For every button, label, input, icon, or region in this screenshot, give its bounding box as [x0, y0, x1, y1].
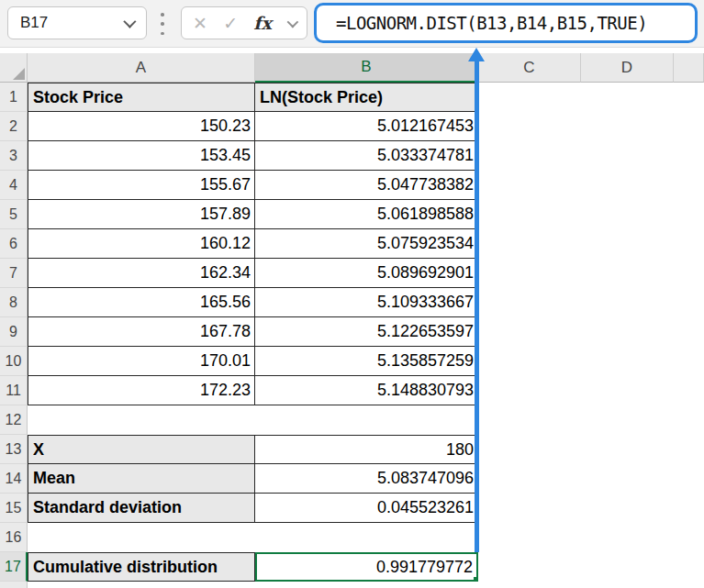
grip-dots-icon: [159, 13, 166, 35]
column-header-partial[interactable]: [674, 53, 704, 83]
row-header-13[interactable]: 13: [0, 435, 28, 464]
row-header-16[interactable]: 16: [0, 523, 28, 552]
annotation-arrow-line: [475, 60, 479, 552]
row-header-1[interactable]: 1: [0, 83, 28, 112]
row-6: 6160.125.075923534: [0, 229, 704, 259]
cell-A7[interactable]: 162.34: [28, 259, 255, 288]
row-header-4[interactable]: 4: [0, 171, 28, 200]
row-4: 4155.675.047738382: [0, 171, 704, 200]
row-header-14[interactable]: 14: [0, 464, 28, 494]
cell-B10[interactable]: 5.135857259: [255, 347, 478, 376]
cell-B2[interactable]: 5.012167453: [255, 112, 478, 141]
cell-A6[interactable]: 160.12: [28, 229, 255, 259]
row-header-5[interactable]: 5: [0, 200, 28, 229]
row-header-18-partial: [0, 582, 28, 588]
row-8: 8165.565.109333667: [0, 288, 704, 317]
cell-B11[interactable]: 5.148830793: [255, 376, 478, 405]
row-18-partial: [0, 582, 704, 588]
row-header-10[interactable]: 10: [0, 347, 28, 376]
row-header-17[interactable]: 17: [0, 552, 28, 582]
cell-B6[interactable]: 5.075923534: [255, 229, 478, 259]
grid-body: 1Stock PriceLN(Stock Price)2150.235.0121…: [0, 83, 704, 588]
cell-A12[interactable]: [28, 405, 255, 435]
select-all-corner[interactable]: [0, 53, 28, 83]
cell-A4[interactable]: 155.67: [28, 171, 255, 200]
cell-B13[interactable]: 180: [255, 435, 478, 464]
cell-A13[interactable]: X: [28, 435, 255, 464]
row-header-3[interactable]: 3: [0, 141, 28, 171]
cell-A10[interactable]: 170.01: [28, 347, 255, 376]
row-header-8[interactable]: 8: [0, 288, 28, 317]
spreadsheet-grid: ABCD 1Stock PriceLN(Stock Price)2150.235…: [0, 53, 704, 588]
cell-A1[interactable]: Stock Price: [28, 83, 255, 112]
column-header-B[interactable]: B: [255, 53, 478, 83]
cell-A11[interactable]: 172.23: [28, 376, 255, 405]
annotation-arrow-head: [468, 48, 485, 61]
cell-A15[interactable]: Standard deviation: [28, 494, 255, 523]
row-1: 1Stock PriceLN(Stock Price): [0, 83, 704, 112]
row-header-12[interactable]: 12: [0, 405, 28, 435]
cell-A17[interactable]: Cumulative distribution: [28, 552, 255, 582]
cancel-icon[interactable]: ✕: [193, 15, 207, 32]
row-10: 10170.015.135857259: [0, 347, 704, 376]
row-7: 7162.345.089692901: [0, 259, 704, 288]
cell-A5[interactable]: 157.89: [28, 200, 255, 229]
formula-text: =LOGNORM.DIST(B13,B14,B15,TRUE): [336, 13, 647, 33]
cell-B8[interactable]: 5.109333667: [255, 288, 478, 317]
name-box[interactable]: B17: [7, 6, 147, 39]
row-header-15[interactable]: 15: [0, 494, 28, 523]
cell-A8[interactable]: 165.56: [28, 288, 255, 317]
row-12: 12: [0, 405, 704, 435]
chevron-down-icon[interactable]: [123, 16, 136, 28]
formula-toolbar: ✕ ✓ fx: [181, 6, 307, 39]
cell-B7[interactable]: 5.089692901: [255, 259, 478, 288]
row-header-6[interactable]: 6: [0, 229, 28, 259]
row-17: 17Cumulative distribution0.991779772: [0, 552, 704, 582]
select-all-triangle-icon: [13, 68, 25, 80]
cell-B12[interactable]: [255, 405, 478, 435]
row-9: 9167.785.122653597: [0, 317, 704, 347]
cell-B9[interactable]: 5.122653597: [255, 317, 478, 347]
excel-window: B17 ✕ ✓ fx =LOGNORM.DIST(B13,B14,B15,TRU…: [0, 0, 704, 588]
row-2: 2150.235.012167453: [0, 112, 704, 141]
cell-B1[interactable]: LN(Stock Price): [255, 83, 478, 112]
cell-A14[interactable]: Mean: [28, 464, 255, 494]
chevron-down-icon[interactable]: [287, 16, 299, 28]
cell-A2[interactable]: 150.23: [28, 112, 255, 141]
row-header-9[interactable]: 9: [0, 317, 28, 347]
cell-B4[interactable]: 5.047738382: [255, 171, 478, 200]
cell-A16[interactable]: [28, 523, 255, 552]
cell-B16[interactable]: [255, 523, 478, 552]
cell-A3[interactable]: 153.45: [28, 141, 255, 171]
formula-bar: B17 ✕ ✓ fx =LOGNORM.DIST(B13,B14,B15,TRU…: [0, 0, 704, 48]
row-header-11[interactable]: 11: [0, 376, 28, 405]
confirm-icon[interactable]: ✓: [223, 15, 238, 32]
cell-B5[interactable]: 5.061898588: [255, 200, 478, 229]
row-16: 16: [0, 523, 704, 552]
insert-function-icon[interactable]: fx: [253, 13, 272, 33]
row-3: 3153.455.033374781: [0, 141, 704, 171]
column-headers: ABCD: [0, 53, 704, 83]
row-13: 13X180: [0, 435, 704, 464]
row-11: 11172.235.148830793: [0, 376, 704, 405]
formula-input[interactable]: =LOGNORM.DIST(B13,B14,B15,TRUE): [314, 3, 698, 43]
cell-B17[interactable]: 0.991779772: [255, 552, 478, 582]
row-15: 15Standard deviation0.045523261: [0, 494, 704, 523]
row-14: 14Mean5.083747096: [0, 464, 704, 494]
cell-B3[interactable]: 5.033374781: [255, 141, 478, 171]
column-header-A[interactable]: A: [28, 53, 255, 83]
row-header-7[interactable]: 7: [0, 259, 28, 288]
row-5: 5157.895.061898588: [0, 200, 704, 229]
cell-B15[interactable]: 0.045523261: [255, 494, 478, 523]
row-header-2[interactable]: 2: [0, 112, 28, 141]
column-header-D[interactable]: D: [581, 53, 674, 83]
column-header-C[interactable]: C: [478, 53, 581, 83]
cell-A9[interactable]: 167.78: [28, 317, 255, 347]
name-box-value: B17: [8, 14, 124, 32]
cell-B14[interactable]: 5.083747096: [255, 464, 478, 494]
